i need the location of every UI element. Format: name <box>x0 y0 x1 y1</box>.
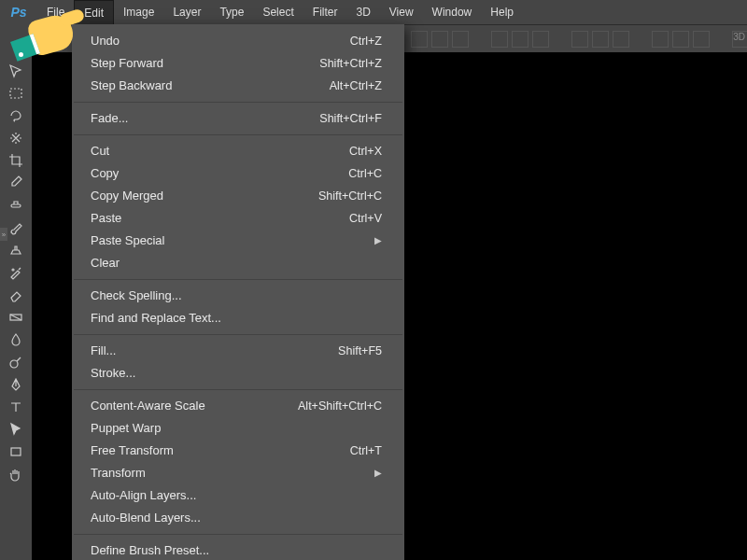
dodge-tool[interactable] <box>5 353 27 371</box>
rectangle-tool[interactable] <box>5 442 27 461</box>
options-icon[interactable] <box>693 31 710 48</box>
menuitem-label: Auto-Blend Layers... <box>91 510 201 526</box>
hand-tool[interactable] <box>5 465 27 483</box>
options-icon[interactable] <box>672 31 689 48</box>
menuitem-label: Copy <box>91 165 119 182</box>
menuitem-label: Undo <box>91 33 120 49</box>
history-brush-tool[interactable] <box>5 263 27 282</box>
menu-layer[interactable]: Layer <box>163 0 210 24</box>
options-bar-3d-label: 3D <box>731 28 747 46</box>
menu-help[interactable]: Help <box>481 0 523 24</box>
options-icon[interactable] <box>532 31 549 48</box>
menu-separator <box>74 279 402 280</box>
options-icon[interactable] <box>431 31 448 48</box>
clone-stamp-tool[interactable] <box>5 241 27 259</box>
menuitem-puppet-warp[interactable]: Puppet Warp <box>72 417 404 440</box>
menuitem-label: Transform <box>91 465 146 482</box>
options-icon[interactable] <box>411 31 428 48</box>
edit-menu-dropdown: UndoCtrl+ZStep ForwardShift+Ctrl+ZStep B… <box>72 24 404 560</box>
menuitem-label: Check Spelling... <box>91 287 182 304</box>
menuitem-label: Step Backward <box>91 77 172 94</box>
menuitem-transform[interactable]: Transform▶ <box>72 462 404 484</box>
tools-expand-handle[interactable]: » <box>0 228 7 241</box>
rectangular-marquee-tool[interactable] <box>5 84 27 103</box>
menuitem-paste-special[interactable]: Paste Special▶ <box>72 230 404 252</box>
menuitem-label: Copy Merged <box>91 188 163 204</box>
menuitem-label: Stroke... <box>91 365 135 382</box>
svg-point-2 <box>12 269 14 271</box>
menuitem-shortcut: Shift+Ctrl+Z <box>319 55 382 72</box>
menuitem-content-aware-scale[interactable]: Content-Aware ScaleAlt+Shift+Ctrl+C <box>72 395 404 417</box>
menuitem-label: Auto-Align Layers... <box>91 487 196 504</box>
submenu-arrow-icon: ▶ <box>365 465 382 482</box>
options-icon[interactable] <box>512 31 529 48</box>
menu-window[interactable]: Window <box>423 0 482 24</box>
options-icon[interactable] <box>592 31 609 48</box>
eyedropper-tool[interactable] <box>5 174 27 192</box>
svg-rect-5 <box>11 448 21 455</box>
menuitem-undo[interactable]: UndoCtrl+Z <box>72 30 404 52</box>
menuitem-label: Cut <box>91 143 109 160</box>
menu-3d[interactable]: 3D <box>346 0 379 24</box>
spot-healing-brush-tool[interactable] <box>5 196 27 215</box>
menuitem-shortcut: Ctrl+X <box>349 143 382 160</box>
menuitem-label: Find and Replace Text... <box>91 310 221 327</box>
menuitem-check-spelling[interactable]: Check Spelling... <box>72 285 404 307</box>
quick-selection-tool[interactable] <box>5 129 27 147</box>
menuitem-clear[interactable]: Clear <box>72 252 404 274</box>
menuitem-label: Puppet Warp <box>91 420 161 437</box>
menuitem-copy[interactable]: CopyCtrl+C <box>72 162 404 185</box>
menuitem-copy-merged[interactable]: Copy MergedShift+Ctrl+C <box>72 185 404 207</box>
menuitem-shortcut: Ctrl+Z <box>350 33 382 49</box>
menuitem-shortcut: Alt+Ctrl+Z <box>330 77 382 94</box>
lasso-tool[interactable] <box>5 106 27 125</box>
type-tool[interactable] <box>5 398 27 416</box>
menuitem-auto-align-layers[interactable]: Auto-Align Layers... <box>72 484 404 507</box>
menuitem-shortcut: Ctrl+T <box>350 442 382 459</box>
menuitem-label: Fill... <box>91 343 116 359</box>
menuitem-label: Paste Special <box>91 232 165 249</box>
move-tool[interactable] <box>5 62 27 80</box>
menu-image[interactable]: Image <box>114 0 163 24</box>
menuitem-step-backward[interactable]: Step BackwardAlt+Ctrl+Z <box>72 75 404 97</box>
options-icon[interactable] <box>452 31 469 48</box>
menuitem-label: Paste <box>91 210 121 227</box>
menuitem-auto-blend-layers[interactable]: Auto-Blend Layers... <box>72 507 404 529</box>
menu-separator <box>74 534 402 535</box>
menuitem-define-brush-preset[interactable]: Define Brush Preset... <box>72 539 404 560</box>
menuitem-fade[interactable]: Fade...Shift+Ctrl+F <box>72 107 404 130</box>
menuitem-shortcut: Shift+Ctrl+F <box>319 110 382 127</box>
menu-separator <box>74 389 402 390</box>
menu-separator <box>74 134 402 135</box>
eraser-tool[interactable] <box>5 286 27 304</box>
menuitem-label: Free Transform <box>91 442 174 459</box>
blur-tool[interactable] <box>5 330 27 349</box>
menuitem-label: Clear <box>91 255 120 272</box>
options-icon[interactable] <box>652 31 669 48</box>
menuitem-paste[interactable]: PasteCtrl+V <box>72 207 404 230</box>
path-selection-tool[interactable] <box>5 420 27 439</box>
svg-point-4 <box>10 360 18 368</box>
menuitem-free-transform[interactable]: Free TransformCtrl+T <box>72 440 404 462</box>
pen-tool[interactable] <box>5 375 27 394</box>
menu-separator <box>74 334 402 335</box>
brush-tool[interactable] <box>5 218 27 237</box>
menu-bar: Ps FileEditImageLayerTypeSelectFilter3DV… <box>0 0 747 24</box>
menuitem-stroke[interactable]: Stroke... <box>72 362 404 385</box>
menu-view[interactable]: View <box>380 0 423 24</box>
menuitem-find-and-replace-text[interactable]: Find and Replace Text... <box>72 307 404 329</box>
menuitem-cut[interactable]: CutCtrl+X <box>72 140 404 162</box>
menuitem-step-forward[interactable]: Step ForwardShift+Ctrl+Z <box>72 52 404 75</box>
options-icon[interactable] <box>613 31 629 48</box>
menu-filter[interactable]: Filter <box>303 0 347 24</box>
options-icon[interactable] <box>491 31 508 48</box>
menuitem-fill[interactable]: Fill...Shift+F5 <box>72 340 404 362</box>
crop-tool[interactable] <box>5 151 27 170</box>
menuitem-label: Fade... <box>91 110 128 127</box>
menuitem-shortcut: Ctrl+V <box>349 210 382 227</box>
menu-separator <box>74 102 402 103</box>
menu-type[interactable]: Type <box>210 0 253 24</box>
options-icon[interactable] <box>571 31 588 48</box>
menu-select[interactable]: Select <box>253 0 303 24</box>
gradient-tool[interactable] <box>5 308 27 327</box>
